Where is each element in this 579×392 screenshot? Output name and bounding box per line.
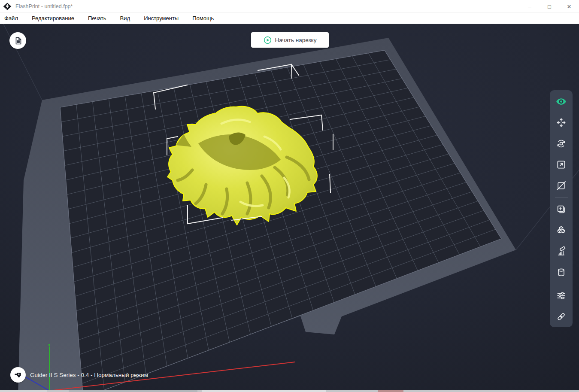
taskbar-segment (202, 390, 326, 392)
duplicate-icon (556, 204, 567, 215)
viewport-3d[interactable] (0, 0, 579, 392)
rotate-tool-button[interactable] (551, 133, 572, 154)
scale-icon (556, 159, 567, 170)
minimize-button[interactable]: – (520, 0, 540, 13)
supports-tool-button[interactable] (551, 241, 572, 262)
duplicate-tool-button[interactable] (551, 198, 572, 219)
menu-tools[interactable]: Инструменты (137, 13, 185, 24)
taskbar-segment (0, 390, 47, 392)
start-slicing-button[interactable]: Начать нарезку (251, 32, 329, 48)
document-icon (13, 36, 23, 46)
link-tool-button[interactable] (551, 306, 572, 327)
cut-icon (556, 180, 567, 191)
supports-icon (556, 246, 567, 257)
taskbar-segment (378, 390, 403, 392)
sliders-icon (556, 290, 567, 301)
play-icon (264, 36, 272, 44)
extruder-icon (13, 370, 23, 380)
solidify-icon (556, 267, 567, 278)
printer-chip[interactable] (10, 367, 26, 383)
solidify-tool-button[interactable] (551, 262, 572, 283)
eye-icon (555, 96, 567, 107)
sidebar-divider (555, 197, 568, 198)
menu-help[interactable]: Помощь (185, 13, 221, 24)
arrange-icon (556, 225, 567, 236)
window-title: FlashPrint - untitled.fpp* (15, 3, 73, 9)
arrange-tool-button[interactable] (551, 220, 572, 241)
menu-view[interactable]: Вид (113, 13, 137, 24)
menu-file[interactable]: Файл (0, 13, 25, 24)
menu-edit[interactable]: Редактирование (25, 13, 81, 24)
taskbar-sliver[interactable] (0, 390, 579, 392)
taskbar-segment (69, 390, 197, 392)
start-slicing-label: Начать нарезку (275, 37, 317, 43)
cut-tool-button[interactable] (551, 175, 572, 196)
link-icon (556, 311, 567, 322)
rotate-icon (556, 138, 567, 149)
slice-settings-tool-button[interactable] (551, 285, 572, 306)
menubar: Файл Редактирование Печать Вид Инструмен… (0, 13, 579, 24)
tool-sidebar (550, 90, 573, 327)
titlebar[interactable]: FlashPrint - untitled.fpp* – □ ✕ (0, 0, 579, 13)
scale-tool-button[interactable] (551, 154, 572, 175)
maximize-button[interactable]: □ (540, 0, 559, 13)
move-icon (556, 117, 567, 128)
view-tool-button[interactable] (551, 91, 572, 112)
menu-print[interactable]: Печать (81, 13, 113, 24)
sidebar-divider (555, 284, 568, 284)
flashprint-logo-icon (3, 2, 12, 11)
close-button[interactable]: ✕ (559, 0, 579, 13)
load-file-button[interactable] (9, 32, 26, 49)
printer-status[interactable]: Guider II S Series - 0.4 - Нормальный ре… (10, 367, 148, 383)
move-tool-button[interactable] (551, 112, 572, 133)
printer-status-label: Guider II S Series - 0.4 - Нормальный ре… (30, 372, 148, 378)
